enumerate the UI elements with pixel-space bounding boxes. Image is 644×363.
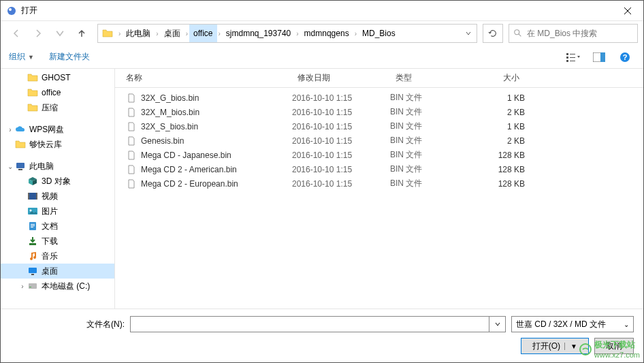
open-button[interactable]: 打开(O) ▼: [521, 338, 589, 354]
back-button[interactable]: [6, 25, 27, 42]
file-icon: [126, 107, 137, 118]
preview-pane-button[interactable]: [589, 49, 609, 65]
file-row[interactable]: 32X_M_bios.bin2016-10-10 1:15BIN 文件2 KB: [115, 105, 643, 119]
file-type-filter[interactable]: 世嘉 CD / 32X / MD 文件 ⌄: [511, 316, 634, 332]
close-button[interactable]: [612, 1, 643, 21]
breadcrumb-item[interactable]: MD_Bios: [358, 25, 400, 42]
file-date: 2016-10-10 1:15: [292, 122, 390, 131]
organize-menu[interactable]: 组织 ▼: [9, 51, 34, 63]
file-type: BIN 文件: [390, 163, 464, 175]
breadcrumb-item[interactable]: office: [189, 25, 216, 42]
file-row[interactable]: 32X_G_bios.bin2016-10-10 1:15BIN 文件1 KB: [115, 91, 643, 105]
cloud-icon: [14, 124, 27, 135]
tree-item[interactable]: 够快云库: [1, 137, 114, 152]
folder-icon: [101, 27, 114, 40]
tree-label: 够快云库: [29, 139, 62, 151]
expand-icon: ›: [18, 283, 27, 290]
chevron-right-icon: ›: [295, 30, 300, 37]
dialog-footer: 文件名(N): 世嘉 CD / 32X / MD 文件 ⌄ 打开(O) ▼ 取消: [1, 309, 643, 362]
svg-rect-14: [18, 169, 22, 170]
svg-rect-26: [31, 274, 34, 275]
svg-rect-22: [31, 225, 35, 226]
breadcrumb-item[interactable]: 此电脑: [122, 25, 155, 42]
tree-label: 音乐: [42, 251, 58, 262]
svg-rect-6: [570, 54, 575, 54]
svg-text:?: ?: [623, 53, 628, 61]
tree-item[interactable]: 压缩: [1, 100, 114, 115]
tree-item[interactable]: GHOST: [1, 70, 114, 85]
tree-item[interactable]: 桌面: [1, 264, 114, 279]
file-row[interactable]: Genesis.bin2016-10-10 1:15BIN 文件2 KB: [115, 133, 643, 148]
file-type: BIN 文件: [390, 135, 464, 146]
filename-input[interactable]: [130, 316, 489, 332]
filename-dropdown[interactable]: [489, 316, 506, 332]
tree-label: office: [42, 88, 61, 97]
column-size[interactable]: 大小: [464, 72, 525, 84]
search-input[interactable]: [527, 29, 633, 38]
tree-label: 视频: [42, 191, 58, 202]
folder-icon: [27, 72, 39, 83]
file-row[interactable]: Mega CD 2 - European.bin2016-10-10 1:15B…: [115, 176, 643, 191]
view-options-button[interactable]: [563, 49, 583, 65]
svg-rect-5: [566, 60, 568, 62]
chevron-down-icon: ⌄: [624, 321, 629, 328]
address-dropdown[interactable]: [460, 30, 477, 37]
svg-point-2: [515, 30, 519, 35]
file-rows: 32X_G_bios.bin2016-10-10 1:15BIN 文件1 KB3…: [115, 88, 643, 309]
breadcrumb-item[interactable]: sjmdmnq_193740: [222, 25, 295, 42]
file-icon: [126, 121, 137, 132]
folder-orange-icon: [14, 139, 27, 150]
breadcrumb-item[interactable]: 桌面: [160, 25, 184, 42]
file-type: BIN 文件: [390, 178, 464, 189]
file-type: BIN 文件: [390, 149, 464, 161]
3d-icon: [27, 176, 39, 187]
tree-label: 文档: [42, 221, 58, 232]
pc-icon: [14, 161, 27, 172]
chevron-right-icon: ›: [184, 30, 189, 37]
file-name: 32X_S_bios.bin: [141, 122, 198, 131]
file-name: Mega CD 2 - European.bin: [141, 179, 238, 189]
file-type: BIN 文件: [390, 106, 464, 118]
address-bar[interactable]: › 此电脑 › 桌面 › office › sjmdmnq_193740 › m…: [97, 24, 477, 43]
file-row[interactable]: Mega CD 2 - American.bin2016-10-10 1:15B…: [115, 162, 643, 176]
downloads-icon: [27, 236, 39, 247]
documents-icon: [27, 221, 39, 232]
file-date: 2016-10-10 1:15: [292, 93, 390, 103]
tree-item[interactable]: 视频: [1, 189, 114, 204]
svg-rect-23: [31, 227, 33, 227]
forward-button[interactable]: [28, 25, 48, 42]
new-folder-button[interactable]: 新建文件夹: [49, 51, 90, 63]
svg-point-1: [9, 8, 12, 11]
column-date[interactable]: 修改日期: [292, 72, 390, 84]
tree-label: 压缩: [42, 102, 58, 114]
file-icon: [126, 150, 137, 161]
column-name[interactable]: 名称: [115, 72, 292, 84]
svg-rect-10: [600, 52, 605, 62]
up-button[interactable]: [71, 25, 92, 42]
breadcrumb-item[interactable]: mdmnqgens: [300, 25, 353, 42]
svg-rect-28: [29, 287, 31, 287]
file-date: 2016-10-10 1:15: [292, 179, 390, 189]
tree-label: 图片: [42, 206, 58, 217]
file-row[interactable]: 32X_S_bios.bin2016-10-10 1:15BIN 文件1 KB: [115, 119, 643, 133]
recent-dropdown[interactable]: [50, 25, 70, 42]
file-size: 1 KB: [464, 122, 525, 131]
tree-item[interactable]: ⌄此电脑: [1, 159, 114, 174]
tree-item[interactable]: 音乐: [1, 249, 114, 264]
split-chevron-icon: ▼: [564, 343, 577, 350]
file-row[interactable]: Mega CD - Japanese.bin2016-10-10 1:15BIN…: [115, 148, 643, 162]
tree-item[interactable]: office: [1, 85, 114, 100]
column-type[interactable]: 类型: [390, 72, 464, 84]
tree-item[interactable]: ›本地磁盘 (C:): [1, 279, 114, 294]
svg-point-0: [7, 7, 16, 15]
search-box[interactable]: [509, 24, 638, 43]
tree-item[interactable]: 文档: [1, 219, 114, 234]
tree-item[interactable]: 3D 对象: [1, 174, 114, 189]
refresh-button[interactable]: [483, 24, 503, 43]
tree-item[interactable]: 下载: [1, 234, 114, 249]
tree-item[interactable]: 图片: [1, 204, 114, 219]
tree-item[interactable]: ›WPS网盘: [1, 122, 114, 137]
svg-rect-4: [566, 57, 568, 59]
help-button[interactable]: ?: [615, 49, 635, 65]
cancel-button[interactable]: 取消: [594, 338, 634, 354]
